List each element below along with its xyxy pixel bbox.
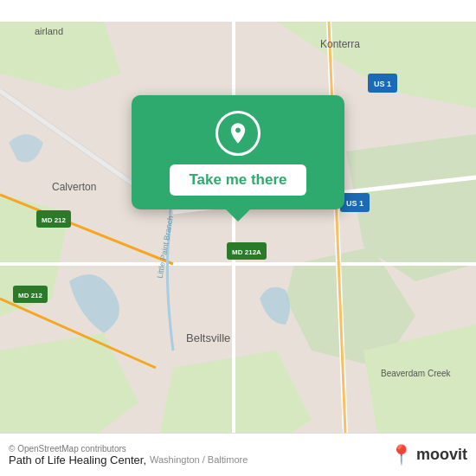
moovit-logo: 📍 moovit — [389, 444, 467, 466]
moovit-pin-icon: 📍 — [389, 444, 413, 466]
svg-text:US 1: US 1 — [346, 199, 363, 208]
osm-credit: © OpenStreetMap contributors — [9, 444, 389, 453]
svg-text:Beltsville: Beltsville — [186, 331, 230, 344]
svg-text:MD 212A: MD 212A — [232, 248, 261, 256]
footer-bar: © OpenStreetMap contributors Path of Lif… — [0, 433, 476, 476]
svg-text:airland: airland — [35, 26, 63, 36]
moovit-brand: moovit — [416, 446, 467, 464]
take-me-there-button[interactable]: Take me there — [170, 164, 306, 196]
pin-icon-wrapper — [215, 111, 261, 156]
map-background: US 1 US 1 MD 212 MD 212 MD 212A Konterra… — [0, 0, 476, 476]
svg-text:MD 212: MD 212 — [42, 216, 67, 224]
svg-text:Calverton: Calverton — [52, 181, 96, 193]
svg-text:Beaverdam Creek: Beaverdam Creek — [381, 369, 452, 378]
svg-text:MD 212: MD 212 — [18, 292, 43, 299]
map-container: US 1 US 1 MD 212 MD 212 MD 212A Konterra… — [0, 0, 476, 476]
location-pin-icon — [226, 121, 250, 145]
svg-text:US 1: US 1 — [374, 80, 391, 88]
region: Washington / Baltimore — [150, 454, 248, 465]
place-name: Path of Life Healing Center, — [9, 453, 146, 466]
svg-text:Konterra: Konterra — [320, 38, 360, 50]
footer-info: © OpenStreetMap contributors Path of Lif… — [9, 444, 389, 466]
popup-card: Take me there — [132, 95, 344, 209]
